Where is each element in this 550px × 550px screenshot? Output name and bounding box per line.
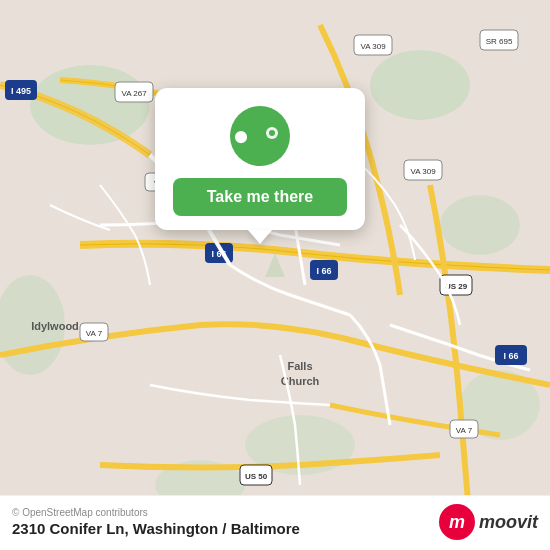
moovit-logo-text: moovit <box>479 512 538 533</box>
svg-text:VA 309: VA 309 <box>410 167 436 176</box>
svg-text:VA 7: VA 7 <box>456 426 473 435</box>
location-popup: ● Take me there <box>155 88 365 230</box>
location-pin-icon: ● <box>233 122 288 151</box>
svg-point-39 <box>269 130 275 136</box>
map-attribution: © OpenStreetMap contributors <box>12 507 300 518</box>
svg-text:Falls: Falls <box>287 360 312 372</box>
bottom-bar: © OpenStreetMap contributors 2310 Conife… <box>0 495 550 550</box>
address-label: 2310 Conifer Ln, Washington / Baltimore <box>12 520 300 537</box>
svg-point-3 <box>440 195 520 255</box>
svg-text:I 66: I 66 <box>316 266 331 276</box>
take-me-there-button[interactable]: Take me there <box>173 178 347 216</box>
svg-text:I 495: I 495 <box>11 86 31 96</box>
svg-text:I 66: I 66 <box>503 351 518 361</box>
svg-text:VA 309: VA 309 <box>360 42 386 51</box>
svg-text:VA 267: VA 267 <box>121 89 147 98</box>
svg-text:Idylwood: Idylwood <box>31 320 79 332</box>
bottom-bar-info: © OpenStreetMap contributors 2310 Conife… <box>12 507 300 537</box>
svg-point-2 <box>370 50 470 120</box>
svg-text:US 50: US 50 <box>245 472 268 481</box>
moovit-logo: m moovit <box>439 504 538 540</box>
svg-point-1 <box>30 65 150 145</box>
svg-text:VA 7: VA 7 <box>86 329 103 338</box>
svg-text:SR 695: SR 695 <box>486 37 513 46</box>
moovit-logo-icon: m <box>439 504 475 540</box>
map-container: I 66 I 66 US 29 US 50 VA 267 VA 309 VA 3… <box>0 0 550 550</box>
pin-circle: ● <box>230 106 290 166</box>
map-background: I 66 I 66 US 29 US 50 VA 267 VA 309 VA 3… <box>0 0 550 550</box>
